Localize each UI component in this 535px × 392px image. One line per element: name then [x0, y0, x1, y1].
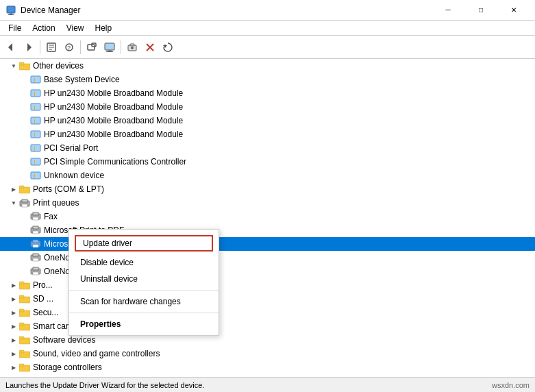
toggle-storage[interactable]: ▶ — [8, 362, 19, 373]
storage-label: Storage controllers — [33, 363, 102, 372]
pci-serial-label: PCI Serial Port — [44, 143, 98, 153]
security-icon — [19, 307, 30, 318]
update-driver-button[interactable]: ? — [61, 39, 77, 56]
hp4-label: HP un2430 Mobile Broadband Module — [44, 130, 183, 139]
menu-file[interactable]: File — [3, 22, 27, 34]
view-button[interactable] — [101, 39, 118, 56]
onenote2-icon — [30, 266, 41, 277]
svg-rect-61 — [33, 272, 38, 275]
hp2-label: HP un2430 Mobile Broadband Module — [44, 102, 183, 112]
svg-rect-57 — [33, 254, 38, 256]
toggle-sound[interactable]: ▶ — [8, 348, 19, 359]
ctx-update-driver[interactable]: Update driver — [75, 235, 213, 252]
toggle-software[interactable]: ▶ — [8, 334, 19, 345]
svg-rect-30 — [31, 103, 40, 110]
tree-item-hp4[interactable]: ! HP un2430 Mobile Broadband Module — [0, 127, 535, 141]
tree-item-hp3[interactable]: ! HP un2430 Mobile Broadband Module — [0, 114, 535, 127]
scan-button[interactable] — [160, 39, 176, 56]
tree-item-other-devices[interactable]: ▼ Other devices — [0, 59, 535, 73]
svg-rect-0 — [7, 6, 15, 13]
tree-item-pci-simple[interactable]: ! PCI Simple Communications Controller — [0, 155, 535, 169]
sound-icon — [19, 348, 30, 359]
svg-marker-4 — [27, 43, 32, 51]
system-icon — [19, 376, 30, 377]
ctx-properties[interactable]: Properties — [69, 316, 219, 332]
svg-rect-49 — [33, 217, 38, 220]
toggle-security[interactable]: ▶ — [8, 307, 19, 318]
xps-icon — [30, 238, 41, 249]
svg-rect-54 — [33, 240, 38, 243]
help-button[interactable] — [84, 39, 100, 56]
svg-rect-46 — [22, 204, 27, 207]
svg-rect-55 — [33, 245, 38, 247]
menu-action[interactable]: Action — [27, 22, 60, 34]
remove-button[interactable] — [142, 39, 158, 56]
svg-text:?: ? — [67, 45, 71, 51]
svg-rect-40 — [31, 172, 40, 179]
add-device-button[interactable] — [124, 39, 140, 56]
tree-item-unknown[interactable]: ! Unknown device — [0, 169, 535, 182]
base-system-label: Base System Device — [44, 75, 120, 84]
svg-rect-48 — [33, 212, 38, 215]
svg-rect-25 — [19, 62, 24, 65]
context-menu: Update driver Disable device Uninstall d… — [69, 229, 219, 336]
tree-item-fax[interactable]: Fax — [0, 210, 535, 223]
close-button[interactable]: ✕ — [498, 3, 530, 17]
ctx-scan-hardware[interactable]: Scan for hardware changes — [69, 293, 219, 310]
tree-item-hp2[interactable]: ! HP un2430 Mobile Broadband Module — [0, 100, 535, 114]
toggle-sd[interactable]: ▶ — [8, 293, 19, 304]
svg-rect-38 — [31, 158, 40, 165]
svg-rect-45 — [22, 199, 27, 202]
toggle-smartcard[interactable]: ▶ — [8, 321, 19, 332]
tree-item-system[interactable]: ▶ System devices — [0, 374, 535, 377]
svg-rect-51 — [33, 226, 38, 229]
toggle-other-devices[interactable]: ▼ — [8, 60, 19, 71]
svg-rect-58 — [33, 258, 38, 261]
tree-item-sound[interactable]: ▶ Sound, video and game controllers — [0, 347, 535, 360]
tree-item-pci-serial[interactable]: ! PCI Serial Port — [0, 141, 535, 155]
tree-item-storage[interactable]: ▶ Storage controllers — [0, 360, 535, 374]
minimize-button[interactable]: ─ — [432, 3, 464, 17]
svg-text:!: ! — [34, 77, 36, 84]
folder-icon — [19, 60, 30, 71]
tree-item-base-system[interactable]: ! Base System Device — [0, 73, 535, 86]
warning-device-icon-3: ! — [30, 101, 41, 112]
toggle-system[interactable]: ▶ — [8, 376, 19, 377]
tree-item-ports[interactable]: ▶ Ports (COM & LPT) — [0, 182, 535, 196]
ports-label: Ports (COM & LPT) — [33, 184, 104, 194]
svg-text:!: ! — [34, 132, 36, 138]
svg-rect-63 — [19, 282, 24, 284]
tree-view[interactable]: ▼ Other devices ! Base System Device ! — [0, 59, 535, 377]
tree-item-hp1[interactable]: ! HP un2430 Mobile Broadband Module — [0, 86, 535, 100]
forward-button[interactable] — [21, 39, 37, 56]
toolbar-sep-2 — [80, 40, 81, 54]
tree-item-print-queues[interactable]: ▼ Print queues — [0, 196, 535, 210]
smartcard-icon — [19, 321, 30, 332]
svg-rect-1 — [10, 13, 12, 14]
svg-text:!: ! — [34, 118, 36, 125]
svg-rect-2 — [8, 14, 14, 15]
toggle-ports[interactable]: ▶ — [8, 184, 19, 195]
properties-button[interactable] — [43, 39, 60, 56]
svg-point-23 — [164, 45, 166, 46]
status-bar: Launches the Update Driver Wizard for th… — [0, 377, 535, 392]
toggle-print[interactable]: ▼ — [8, 197, 19, 208]
menu-help[interactable]: Help — [90, 22, 118, 34]
sound-label: Sound, video and game controllers — [33, 349, 160, 358]
svg-rect-11 — [88, 45, 95, 50]
warning-device-icon-4: ! — [30, 115, 41, 126]
pci-simple-icon: ! — [30, 156, 41, 167]
maximize-button[interactable]: □ — [465, 3, 497, 17]
menu-view[interactable]: View — [61, 22, 90, 34]
svg-marker-3 — [8, 43, 12, 51]
ctx-disable-device[interactable]: Disable device — [69, 254, 219, 271]
processors-label: Pro... — [33, 280, 53, 290]
svg-rect-26 — [31, 76, 40, 83]
title-bar: Device Manager ─ □ ✕ — [0, 0, 535, 21]
svg-rect-67 — [19, 309, 24, 312]
ctx-uninstall-device[interactable]: Uninstall device — [69, 271, 219, 287]
back-button[interactable] — [3, 39, 19, 56]
software-label: Software devices — [33, 335, 95, 345]
toggle-processors[interactable]: ▶ — [8, 280, 19, 291]
main-area: ▼ Other devices ! Base System Device ! — [0, 59, 535, 377]
